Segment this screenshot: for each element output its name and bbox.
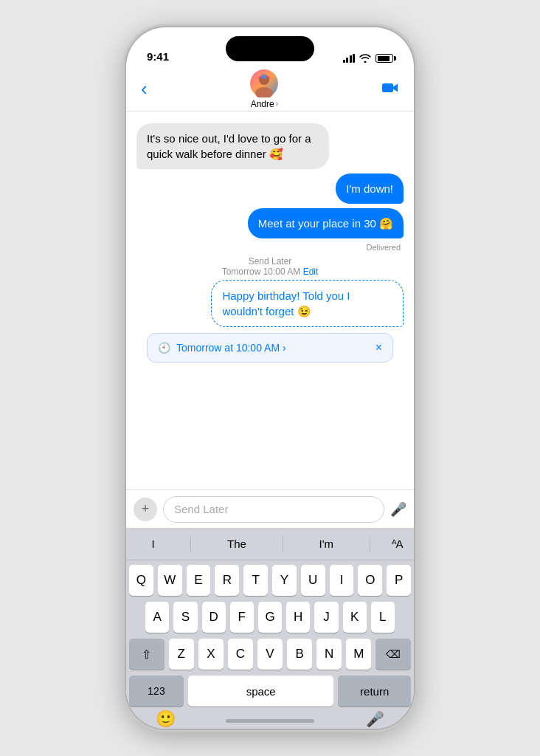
key-j[interactable]: J — [314, 602, 338, 633]
message-received-1: It's so nice out, I'd love to go for a q… — [136, 123, 404, 169]
delivered-label: Delivered — [136, 243, 401, 252]
key-c[interactable]: C — [228, 639, 253, 670]
key-l[interactable]: L — [371, 602, 395, 633]
key-e[interactable]: E — [187, 565, 211, 596]
scheduled-message-row: Happy birthday! Told you I wouldn't forg… — [136, 280, 404, 327]
return-key[interactable]: return — [338, 676, 411, 707]
key-q[interactable]: Q — [129, 565, 153, 596]
key-row-1: Q W E R T Y U I O P — [129, 565, 411, 596]
key-v[interactable]: V — [257, 639, 283, 670]
key-x[interactable]: X — [198, 639, 224, 670]
bubble-received-1: It's so nice out, I'd love to go for a q… — [136, 123, 329, 169]
keyboard-bottom-bar: 🙂 🎤 — [126, 707, 414, 729]
key-m[interactable]: M — [346, 639, 371, 670]
key-r[interactable]: R — [215, 565, 239, 596]
key-s[interactable]: S — [173, 602, 197, 633]
add-attachment-button[interactable]: + — [134, 498, 157, 521]
key-h[interactable]: H — [286, 602, 310, 633]
key-t[interactable]: T — [243, 565, 268, 596]
status-time: 9:41 — [147, 50, 169, 63]
video-call-button[interactable] — [381, 80, 399, 99]
key-w[interactable]: W — [158, 565, 182, 596]
send-later-info: Send Later Tomorrow 10:00 AM Edit — [136, 256, 404, 277]
scheduled-time-label: 🕙 Tomorrow at 10:00 AM › — [158, 342, 286, 354]
status-icons — [343, 54, 394, 63]
mic-icon[interactable]: 🎤 — [390, 501, 406, 518]
input-bar: + Send Later 🎤 — [126, 489, 414, 528]
key-row-3: ⇧ Z X C V B N M ⌫ — [129, 639, 411, 670]
keyboard: I The I'm ᴬA Q W E R T Y U I O P — [126, 528, 414, 729]
key-a[interactable]: A — [145, 602, 169, 633]
shift-key[interactable]: ⇧ — [129, 639, 165, 670]
svg-point-2 — [255, 87, 273, 97]
contact-name: Andre › — [251, 99, 278, 109]
divider2 — [283, 537, 283, 551]
dynamic-island — [226, 36, 314, 61]
keyboard-mic-icon[interactable]: 🎤 — [366, 710, 384, 728]
key-y[interactable]: Y — [272, 565, 297, 596]
key-o[interactable]: O — [358, 565, 382, 596]
scheduled-bubble: Happy birthday! Told you I wouldn't forg… — [211, 280, 404, 327]
key-n[interactable]: N — [316, 639, 342, 670]
predictive-bar: I The I'm ᴬA — [126, 528, 414, 560]
bubble-sent-1: I'm down! — [336, 173, 404, 204]
battery-icon — [375, 54, 393, 63]
aa-button[interactable]: ᴬA — [392, 537, 404, 551]
contact-header[interactable]: Andre › — [250, 69, 278, 109]
key-f[interactable]: F — [230, 602, 254, 633]
svg-point-3 — [262, 75, 266, 79]
key-rows: Q W E R T Y U I O P A S D F G H J — [126, 560, 414, 707]
key-p[interactable]: P — [387, 565, 411, 596]
message-sent-1: I'm down! — [136, 173, 404, 204]
key-row-4: 123 space return — [129, 676, 411, 707]
space-key[interactable]: space — [188, 676, 333, 707]
signal-icon — [343, 54, 356, 63]
key-u[interactable]: U — [301, 565, 325, 596]
phone-frame: 9:41 ‹ — [126, 27, 414, 729]
close-scheduled-button[interactable]: × — [375, 341, 382, 354]
predictive-the[interactable]: The — [212, 535, 261, 553]
divider3 — [370, 537, 370, 551]
clock-icon: 🕙 — [158, 342, 170, 354]
key-z[interactable]: Z — [169, 639, 194, 670]
emoji-key[interactable]: 🙂 — [156, 709, 176, 729]
key-b[interactable]: B — [287, 639, 312, 670]
key-row-2: A S D F G H J K L — [129, 602, 411, 633]
num-key[interactable]: 123 — [129, 676, 184, 707]
delete-key[interactable]: ⌫ — [375, 639, 411, 670]
key-k[interactable]: K — [343, 602, 367, 633]
divider — [190, 537, 191, 551]
edit-button[interactable]: Edit — [303, 267, 319, 277]
scheduled-banner[interactable]: 🕙 Tomorrow at 10:00 AM › × — [147, 333, 393, 362]
message-input[interactable]: Send Later — [163, 496, 384, 523]
home-indicator — [226, 719, 314, 723]
key-g[interactable]: G — [258, 602, 282, 633]
avatar — [250, 69, 278, 97]
messages-area: It's so nice out, I'd love to go for a q… — [126, 111, 414, 492]
predictive-im[interactable]: I'm — [304, 535, 348, 553]
predictive-i[interactable]: I — [136, 535, 169, 553]
svg-rect-4 — [382, 83, 393, 92]
message-sent-2: Meet at your place in 30 🤗 — [136, 208, 404, 238]
back-button[interactable]: ‹ — [141, 78, 148, 100]
nav-bar: ‹ Andre › — [126, 67, 414, 111]
input-placeholder: Send Later — [174, 503, 228, 515]
wifi-icon — [359, 54, 371, 63]
bubble-sent-2: Meet at your place in 30 🤗 — [248, 208, 404, 238]
key-d[interactable]: D — [202, 602, 226, 633]
key-i[interactable]: I — [330, 565, 354, 596]
